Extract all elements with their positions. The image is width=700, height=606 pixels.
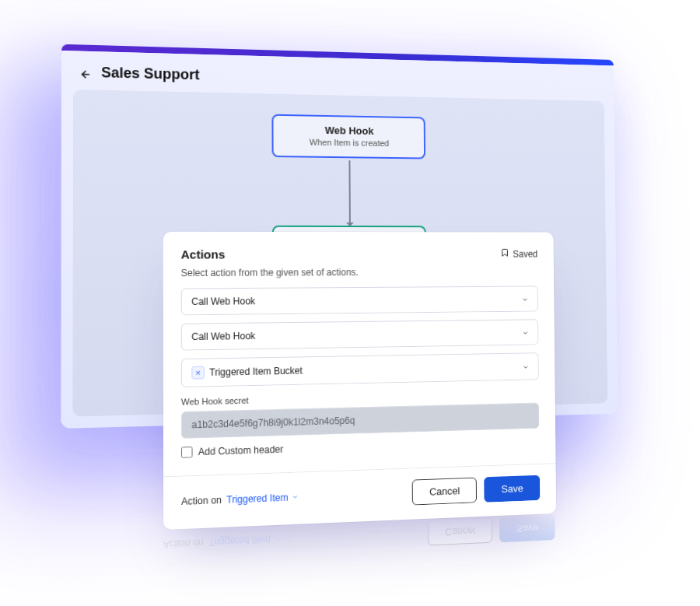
modal-title: Actions [181, 247, 226, 261]
secret-field: a1b2c3d4e5f6g7h8i9j0k1l2m3n4o5p6q [181, 403, 540, 440]
chevron-down-icon [521, 295, 528, 303]
remove-chip-button[interactable]: × [191, 366, 205, 380]
add-header-checkbox-input[interactable] [181, 447, 193, 458]
bucket-select[interactable]: × Triggered Item Bucket [181, 352, 539, 387]
back-arrow-icon[interactable] [80, 67, 92, 79]
chevron-down-icon [522, 328, 529, 336]
flow-node-title: Web Hook [291, 124, 408, 137]
modal-description: Select action from the given set of acti… [181, 266, 538, 278]
chevron-down-icon [522, 363, 529, 370]
flow-edge [348, 160, 350, 226]
bookmark-icon [500, 247, 509, 261]
flow-node-trigger[interactable]: Web Hook When Item is created [271, 114, 425, 159]
saved-indicator: Saved [500, 247, 537, 261]
add-header-checkbox[interactable]: Add Custom header [181, 436, 540, 458]
chip-label: Triggered Item Bucket [209, 365, 303, 378]
flow-node-subtitle: When Item is created [291, 137, 408, 148]
page-title: Sales Support [101, 65, 199, 84]
webhook-select[interactable]: Call Web Hook [181, 319, 539, 350]
action-type-select[interactable]: Call Web Hook [181, 285, 538, 315]
actions-modal: Actions Saved Select action from the giv… [163, 232, 557, 530]
